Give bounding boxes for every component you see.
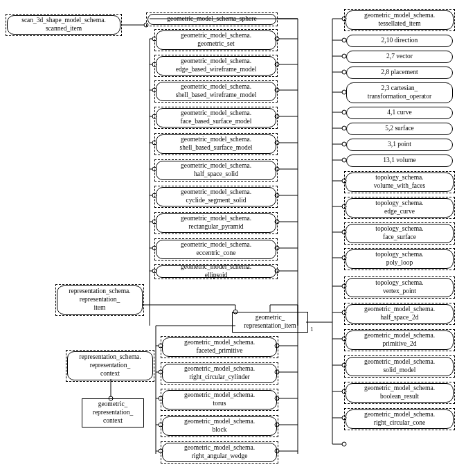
label: geometric_model_schema. xyxy=(184,339,255,347)
label: geometric_ xyxy=(256,314,285,322)
node-ellipsoid: geometric_model_schema. ellipsoid xyxy=(154,264,278,279)
label: topology_schema. xyxy=(375,174,423,182)
node-shell-surface-model: geometric_model_schema. shell_based_surf… xyxy=(154,133,278,155)
label: representation_schema. xyxy=(69,288,130,296)
node-face-surface: topology_schema. face_surface xyxy=(344,222,455,245)
node-torus: geometric_model_schema. torus xyxy=(161,389,278,411)
label: half_space_solid xyxy=(194,170,238,179)
node-right-cylinder: geometric_model_schema. right_circular_c… xyxy=(161,362,278,385)
label: right_angular_wedge xyxy=(192,452,248,461)
node-face-surface-model: geometric_model_schema. face_based_surfa… xyxy=(154,107,278,129)
node-volume: 13,1 volume xyxy=(346,155,453,167)
label: geometric_model_schema. xyxy=(364,358,435,367)
label: geometric_model_schema. xyxy=(184,391,255,400)
label: 2,7 vector xyxy=(386,53,413,61)
label: topology_schema. xyxy=(375,251,423,259)
label: face_based_surface_model xyxy=(181,118,252,126)
node-shell-wireframe: geometric_model_schema. shell_based_wire… xyxy=(154,80,278,103)
label: edge_curve xyxy=(384,208,415,216)
node-cyclide: geometric_model_schema. cyclide_segment_… xyxy=(154,186,278,208)
label: geometric_model_schema. xyxy=(181,58,251,66)
label: geometric_model_schema. xyxy=(364,385,435,393)
node-poly-loop: topology_schema. poly_loop xyxy=(344,248,455,270)
node-eccentric-cone: geometric_model_schema. eccentric_cone xyxy=(154,238,278,261)
node-right-cone: geometric_model_schema. right_circular_c… xyxy=(344,408,455,430)
label: item xyxy=(94,304,106,312)
label: boolean_result xyxy=(380,393,419,401)
node-curve: 4,1 curve xyxy=(346,107,453,119)
label: primitive_2d xyxy=(382,340,416,349)
label: right_circular_cylinder xyxy=(189,373,250,382)
label: 2,10 direction xyxy=(382,37,418,45)
label: half_space_2d xyxy=(381,314,419,322)
label: scan_3d_shape_model_schema. xyxy=(21,17,106,25)
label: geometric_model_schema. xyxy=(364,12,435,20)
node-tessellated-item: geometric_model_schema. tessellated_item xyxy=(344,9,455,31)
label: topology_schema. xyxy=(375,200,423,208)
node-vertex-point: topology_schema. vertex_point xyxy=(344,276,455,299)
label: scanned_item xyxy=(46,25,82,33)
label: geometric_model_schema. xyxy=(181,83,251,91)
node-half-space-solid: geometric_model_schema. half_space_solid xyxy=(154,159,278,182)
label: geometric_model_schema. xyxy=(364,306,435,314)
label: ellipsoid xyxy=(205,272,228,280)
node-point: 3,1 point xyxy=(346,139,453,151)
label: geometric_model_schema. xyxy=(184,418,255,426)
label: geometric_model_schema. xyxy=(184,365,255,373)
label: representation_item xyxy=(244,322,296,330)
label: representation_schema. xyxy=(79,353,141,362)
edge-label-1: 1 xyxy=(310,326,314,333)
label: cyclide_segment_solid xyxy=(186,197,246,205)
label: geometric_model_schema. xyxy=(181,32,251,40)
label: volume_with_faces xyxy=(374,182,425,191)
label: vertex_point xyxy=(383,288,416,296)
label: tessellated_item xyxy=(378,20,420,28)
node-edge-curve: topology_schema. edge_curve xyxy=(344,197,455,219)
label: geometric_model_schema. xyxy=(181,188,251,197)
label: 2,8 placement xyxy=(381,69,418,77)
node-half-space-2d: geometric_model_schema. half_space_2d xyxy=(344,303,455,325)
label: edge_based_wireframe_model xyxy=(176,66,257,74)
label: geometric_model_schema. xyxy=(184,444,255,452)
node-geo-rep-item: geometric_ representation_item xyxy=(232,312,308,333)
label: representation_ xyxy=(80,296,120,304)
label: 13,1 volume xyxy=(383,157,416,165)
label: context xyxy=(103,417,123,425)
node-cartesian-op: 2,3 cartesian_ transformation_operator xyxy=(346,82,453,103)
label: shell_based_wireframe_model xyxy=(176,91,257,100)
label: transformation_operator xyxy=(368,93,431,101)
label: torus xyxy=(213,400,226,408)
node-block: geometric_model_schema. block xyxy=(161,415,278,437)
label: 3,1 point xyxy=(388,141,411,149)
node-scanned-item: scan_3d_shape_model_schema. scanned_item xyxy=(6,14,122,36)
label: geometric_set xyxy=(197,40,234,49)
label: right_circular_cone xyxy=(374,419,425,427)
label: geometric_model_schema. xyxy=(181,162,251,170)
label: geometric_model_schema. xyxy=(181,136,251,144)
label: geometric_ xyxy=(98,400,128,409)
node-faceted-primitive: geometric_model_schema. faceted_primitiv… xyxy=(161,336,278,358)
label: geometric_model_schema. xyxy=(181,109,251,118)
label: context xyxy=(100,370,120,378)
label: faceted_primitive xyxy=(197,347,243,355)
label: 5,2 surface xyxy=(385,125,414,133)
node-edge-wireframe: geometric_model_schema. edge_based_wiref… xyxy=(154,55,278,77)
node-sphere: geometric_model_schema_sphere xyxy=(146,12,278,26)
label: topology_schema. xyxy=(375,279,423,288)
label: poly_loop xyxy=(386,259,413,267)
node-surface: 5,2 surface xyxy=(346,123,453,135)
node-geometric-set: geometric_model_schema. geometric_set xyxy=(154,29,278,51)
node-volume-with-faces: topology_schema. volume_with_faces xyxy=(344,171,455,193)
label: block xyxy=(212,426,226,434)
label: geometric_model_schema. xyxy=(364,411,435,419)
label: representation_ xyxy=(93,409,134,417)
node-placement: 2,8 placement xyxy=(346,67,453,79)
node-geo-rep-context: geometric_ representation_ context xyxy=(82,398,144,427)
label: 4,1 curve xyxy=(387,109,411,117)
node-vector: 2,7 vector xyxy=(346,51,453,63)
label: geometric_model_schema_sphere xyxy=(167,15,256,24)
node-rep-item: representation_schema. representation_ i… xyxy=(55,284,144,316)
label: geometric_model_schema. xyxy=(181,215,251,223)
node-primitive-2d: geometric_model_schema. primitive_2d xyxy=(344,329,455,351)
node-boolean-result: geometric_model_schema. boolean_result xyxy=(344,382,455,404)
